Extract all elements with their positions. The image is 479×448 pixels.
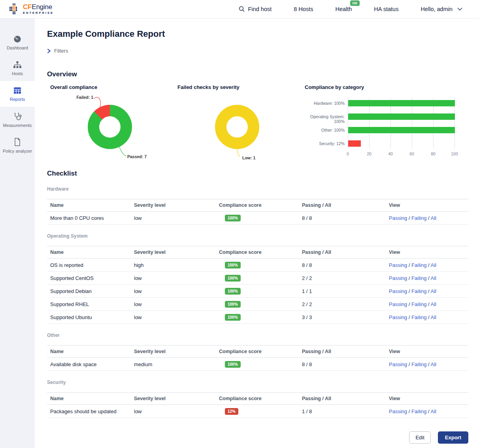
table-header-row: NameSeverity levelCompliance scorePassin… [47, 246, 468, 259]
view-link-separator: / [407, 262, 411, 268]
check-name: Available disk space [47, 361, 134, 367]
view-links: Passing / Failing / All [389, 288, 468, 294]
view-all-link[interactable]: All [431, 215, 436, 221]
donut-hole [99, 116, 121, 138]
sidebar-item-policy-analyzer[interactable]: Policy analyzer [0, 132, 35, 158]
sidebar-item-measurements[interactable]: Measurements [0, 107, 35, 132]
compliance-score-cell: 100% [219, 301, 302, 308]
view-passing-link[interactable]: Passing [389, 215, 407, 221]
compliance-score-badge: 100% [225, 288, 241, 295]
checklist-table: NameSeverity levelCompliance scorePassin… [47, 246, 468, 324]
filters-toggle[interactable]: Filters [47, 48, 68, 54]
view-links: Passing / Failing / All [389, 314, 468, 320]
compliance-score-cell: 100% [219, 361, 302, 368]
bar-category-label: Operating System: 100% [302, 114, 345, 124]
passing-all: 2 / 2 [302, 275, 389, 281]
check-name: Supported RHEL [47, 301, 134, 307]
table-header-row: NameSeverity levelCompliance scorePassin… [47, 392, 468, 405]
sidebar: Dashboard Hosts Reports [0, 19, 35, 448]
severity-level: low [134, 275, 219, 281]
compliance-by-category-title: Compliance by category [305, 84, 468, 90]
view-all-link[interactable]: All [431, 288, 436, 294]
column-header: Compliance score [219, 250, 302, 255]
failed-by-severity-chart: Failed checks by severity Low: 1 [174, 84, 302, 163]
checklist-group-label: Security [47, 380, 468, 385]
view-failing-link[interactable]: Failing [411, 215, 426, 221]
view-links: Passing / Failing / All [389, 301, 468, 307]
health-link[interactable]: Health OK [335, 6, 352, 12]
export-button[interactable]: Export [438, 431, 468, 444]
table-row: Packages should be updatedlow12%1 / 8Pas… [47, 405, 468, 418]
sidebar-item-hosts[interactable]: Hosts [0, 55, 35, 81]
compliance-score-badge: 100% [225, 215, 241, 221]
severity-level: low [134, 301, 219, 307]
ha-status-link[interactable]: HA status [374, 6, 398, 12]
view-all-link[interactable]: All [431, 262, 436, 268]
view-passing-link[interactable]: Passing [389, 408, 407, 414]
cfengine-logo[interactable]: CFEngine ENTERPRISE [9, 3, 54, 15]
x-tick-label: 40 [388, 151, 393, 156]
edit-button[interactable]: Edit [409, 431, 430, 444]
overall-compliance-title: Overall compliance [50, 84, 174, 90]
column-header: Severity level [134, 250, 219, 255]
table-row: OS is reportedhigh100%8 / 8Passing / Fai… [47, 259, 468, 272]
checklist-table: NameSeverity levelCompliance scorePassin… [47, 345, 468, 371]
view-all-link[interactable]: All [431, 314, 436, 320]
view-failing-link[interactable]: Failing [411, 301, 426, 307]
compliance-score-badge: 12% [225, 408, 238, 415]
view-all-link[interactable]: All [431, 275, 436, 281]
column-header: View [389, 396, 468, 401]
compliance-score-cell: 100% [219, 215, 302, 221]
view-failing-link[interactable]: Failing [411, 262, 426, 268]
user-menu[interactable]: Hello, admin [421, 6, 462, 12]
sidebar-item-reports[interactable]: Reports [0, 81, 35, 107]
column-header: Passing / All [302, 250, 389, 255]
find-host-button[interactable]: Find host [239, 6, 272, 12]
view-passing-link[interactable]: Passing [389, 301, 407, 307]
view-passing-link[interactable]: Passing [389, 262, 407, 268]
view-all-link[interactable]: All [431, 408, 436, 414]
view-links: Passing / Failing / All [389, 262, 468, 268]
column-header: Passing / All [302, 349, 389, 354]
sidebar-item-dashboard[interactable]: Dashboard [0, 30, 35, 55]
view-failing-link[interactable]: Failing [411, 361, 426, 367]
column-header: Severity level [134, 349, 219, 354]
column-header: Passing / All [302, 202, 389, 208]
top-header: CFEngine ENTERPRISE Find host 8 Hosts He… [0, 0, 479, 19]
severity-level: medium [134, 361, 219, 367]
column-header: View [389, 349, 468, 354]
table-header-row: NameSeverity levelCompliance scorePassin… [47, 345, 468, 358]
view-passing-link[interactable]: Passing [389, 275, 407, 281]
checklist-groups: HardwareNameSeverity levelCompliance sco… [47, 186, 468, 418]
bar-operating-system [348, 113, 455, 120]
x-tick-label: 0 [347, 151, 349, 156]
bar-category-label: Hardware: 100% [314, 101, 345, 106]
view-passing-link[interactable]: Passing [389, 314, 407, 320]
view-link-separator: / [407, 215, 411, 221]
view-all-link[interactable]: All [431, 301, 436, 307]
view-passing-link[interactable]: Passing [389, 361, 407, 367]
view-failing-link[interactable]: Failing [411, 288, 426, 294]
passing-all: 1 / 1 [302, 288, 389, 294]
hosts-count-link[interactable]: 8 Hosts [294, 6, 313, 12]
view-link-separator: / [407, 314, 411, 320]
view-failing-link[interactable]: Failing [411, 275, 426, 281]
passing-all: 3 / 3 [302, 314, 389, 320]
view-all-link[interactable]: All [431, 361, 436, 367]
view-link-separator: / [426, 361, 430, 367]
passing-all: 2 / 2 [302, 301, 389, 307]
view-link-separator: / [407, 361, 411, 367]
overall-compliance-donut [88, 105, 132, 149]
view-link-separator: / [426, 314, 430, 320]
view-failing-link[interactable]: Failing [411, 314, 426, 320]
failed-by-severity-donut [215, 105, 259, 149]
view-passing-link[interactable]: Passing [389, 288, 407, 294]
view-links: Passing / Failing / All [389, 361, 468, 367]
x-tick-label: 80 [431, 151, 436, 156]
overall-compliance-chart: Overall compliance Failed: 1 Passed: 7 [47, 84, 174, 163]
column-header: Passing / All [302, 396, 389, 401]
view-failing-link[interactable]: Failing [411, 408, 426, 414]
view-link-separator: / [426, 215, 430, 221]
column-header: View [389, 250, 468, 255]
severity-level: low [134, 408, 219, 414]
